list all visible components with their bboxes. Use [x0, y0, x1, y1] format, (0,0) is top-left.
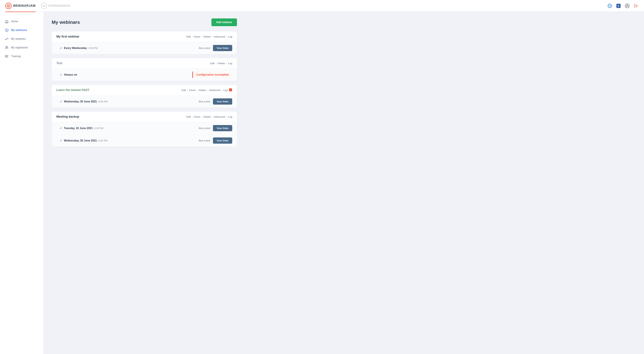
facebook-icon[interactable]: f [616, 3, 621, 8]
registrants-icon [5, 46, 9, 50]
action-edit-first-webinar[interactable]: Edit [186, 35, 191, 38]
session-time-meeting-backup-0: , 4:45 PM [92, 127, 103, 130]
action-log-test[interactable]: Log [228, 62, 232, 65]
session-info-first-webinar-0: ✓ Every Wednesday, 2:00 PM [60, 46, 98, 50]
run-test-meeting-backup-1[interactable]: Run a test [199, 139, 210, 142]
session-info-meeting-backup-1: ✓ Wednesday, 30 June 2021, 4:45 PM [60, 139, 108, 143]
session-schedule-meeting-backup-1: Wednesday, 30 June 2021, 4:45 PM [64, 139, 108, 142]
everwebinar-logo[interactable]: EW EVERWEBINAR [41, 3, 70, 9]
topnav: W WEBINARJAM EW EVERWEBINAR f [0, 0, 644, 12]
action-log-first-webinar[interactable]: Log [228, 35, 232, 38]
session-row-test-0: ✓ Always on Configuration incomplete [52, 69, 237, 81]
session-row-meeting-backup-0: ✓ Tuesday, 22 June 2021, 4:45 PM Run a t… [52, 122, 237, 134]
webinar-name-learn-market: Learn the market FAST [56, 88, 89, 92]
logout-icon[interactable] [633, 3, 639, 8]
webinar-actions-learn-market: Edit • Clone • Delete • Advanced • Log ! [182, 88, 232, 92]
layout: Home My webinars [0, 12, 644, 354]
action-delete-first-webinar[interactable]: Delete [203, 35, 210, 38]
check-icon: ✓ [60, 46, 62, 50]
wj-logo-text: WEBINARJAM [13, 4, 36, 7]
svg-point-18 [6, 46, 7, 48]
svg-point-13 [5, 39, 6, 40]
session-time-first-webinar-0: , 2:00 PM [87, 47, 98, 49]
user-icon[interactable] [624, 3, 630, 8]
your-links-button-meeting-backup-0[interactable]: Your links [213, 125, 232, 131]
check-icon-test: ✓ [60, 73, 62, 77]
action-edit-test[interactable]: Edit [210, 62, 214, 65]
webinar-actions-test: Edit • Delete • Log [210, 62, 232, 65]
config-incomplete-badge: Configuration incomplete [192, 72, 232, 78]
sidebar: Home My webinars [0, 12, 44, 354]
session-row-learn-market-0: ✓ Wednesday, 30 June 2021, 4:45 PM Run a… [52, 95, 237, 108]
action-advanced-first-webinar[interactable]: Advanced [214, 35, 225, 38]
session-right-test-0: Configuration incomplete [192, 72, 232, 78]
webinar-header-test: Test Edit • Delete • Log [52, 58, 237, 69]
svg-rect-11 [6, 22, 7, 23]
webinar-header-first-webinar: My first webinar Edit • Clone • Delete •… [52, 31, 237, 42]
page-header: My webinars Add webinar [52, 18, 237, 26]
your-links-button-learn-market-0[interactable]: Your links [213, 98, 232, 105]
action-clone-meeting-backup[interactable]: Clone [194, 115, 200, 118]
action-advanced-meeting-backup[interactable]: Advanced [214, 115, 225, 118]
session-right-meeting-backup-1: Run a test Your links [199, 138, 232, 144]
sidebar-item-home[interactable]: Home [0, 17, 44, 26]
run-test-meeting-backup-0[interactable]: Run a test [199, 127, 210, 130]
session-right-meeting-backup-0: Run a test Your links [199, 125, 232, 131]
action-delete-test[interactable]: Delete [218, 62, 225, 65]
svg-point-17 [8, 38, 8, 39]
session-right-learn-market-0: Run a test Your links [199, 98, 232, 105]
svg-point-9 [625, 4, 629, 8]
svg-point-19 [7, 47, 8, 47]
check-icon-meeting-backup-1: ✓ [60, 139, 62, 143]
your-links-button-meeting-backup-1[interactable]: Your links [213, 138, 232, 144]
webinar-actions-first-webinar: Edit • Clone • Delete • Advanced • Log [186, 35, 232, 38]
training-icon [5, 54, 9, 58]
svg-point-16 [8, 38, 8, 38]
action-delete-learn-market[interactable]: Delete [199, 89, 206, 92]
session-schedule-test-0: Always on [64, 73, 77, 76]
session-time-learn-market-0: , 4:45 PM [97, 100, 108, 103]
notification-badge-learn-market: ! [229, 88, 232, 92]
session-row-meeting-backup-1: ✓ Wednesday, 30 June 2021, 4:45 PM Run a… [52, 134, 237, 147]
add-webinar-button[interactable]: Add webinar [212, 18, 237, 26]
sidebar-item-my-webinars[interactable]: My webinars [0, 26, 44, 34]
ew-logo-text: EVERWEBINAR [48, 4, 70, 7]
my-webinars-icon [5, 28, 9, 32]
globe-icon[interactable] [607, 3, 612, 8]
sidebar-item-my-registrants[interactable]: My registrants [0, 43, 44, 52]
webinar-card-learn-market: Learn the market FAST Edit • Clone • Del… [52, 85, 237, 108]
sidebar-item-my-analytics-label: My analytics [11, 37, 26, 40]
check-icon-meeting-backup-0: ✓ [60, 126, 62, 130]
webinar-header-learn-market: Learn the market FAST Edit • Clone • Del… [52, 85, 237, 95]
action-log-learn-market[interactable]: Log [223, 89, 228, 92]
session-schedule-meeting-backup-0: Tuesday, 22 June 2021, 4:45 PM [64, 127, 103, 130]
svg-point-10 [626, 5, 628, 6]
svg-text:f: f [618, 5, 619, 7]
action-log-meeting-backup[interactable]: Log [228, 115, 232, 118]
analytics-icon [5, 37, 9, 41]
webinarjam-logo[interactable]: W WEBINARJAM [5, 3, 36, 9]
topnav-logos: W WEBINARJAM EW EVERWEBINAR [5, 3, 70, 9]
ew-logo-circle: EW [41, 3, 47, 9]
session-info-meeting-backup-0: ✓ Tuesday, 22 June 2021, 4:45 PM [60, 126, 103, 130]
sidebar-item-my-analytics[interactable]: My analytics [0, 34, 44, 43]
session-schedule-first-webinar-0: Every Wednesday, 2:00 PM [64, 47, 98, 50]
your-links-button-first-webinar-0[interactable]: Your links [213, 45, 232, 51]
sidebar-item-training-label: Training [11, 55, 21, 58]
svg-point-14 [6, 39, 6, 39]
webinar-name-test: Test [56, 61, 62, 65]
webinar-name-meeting-backup: Meeting backup [56, 115, 79, 119]
action-edit-meeting-backup[interactable]: Edit [186, 115, 191, 118]
sidebar-item-training[interactable]: Training [0, 52, 44, 61]
action-edit-learn-market[interactable]: Edit [182, 89, 186, 92]
action-delete-meeting-backup[interactable]: Delete [203, 115, 210, 118]
run-test-learn-market-0[interactable]: Run a test [199, 100, 210, 103]
action-clone-learn-market[interactable]: Clone [189, 89, 196, 92]
session-schedule-learn-market-0: Wednesday, 30 June 2021, 4:45 PM [64, 100, 108, 103]
check-icon-learn-market: ✓ [60, 100, 62, 103]
action-advanced-learn-market[interactable]: Advanced [209, 89, 220, 92]
action-clone-first-webinar[interactable]: Clone [194, 35, 200, 38]
sidebar-item-my-webinars-label: My webinars [11, 29, 27, 32]
webinar-header-meeting-backup: Meeting backup Edit • Clone • Delete • A… [52, 112, 237, 122]
run-test-first-webinar-0[interactable]: Run a test [199, 47, 210, 49]
